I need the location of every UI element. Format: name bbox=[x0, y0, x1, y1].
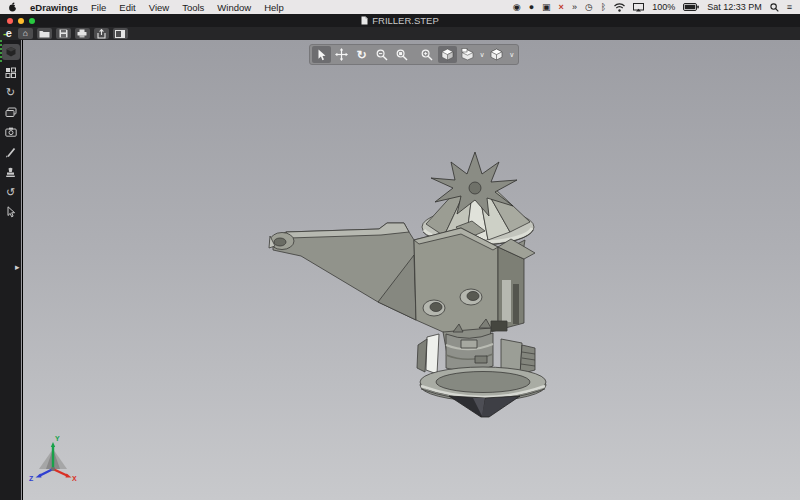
sidebar-tool-layers[interactable] bbox=[1, 102, 21, 122]
tool-sidebar: ↻ ↺ bbox=[0, 40, 22, 500]
sidebar-tool-select[interactable] bbox=[1, 202, 21, 222]
record-icon[interactable]: ◉ bbox=[513, 3, 521, 12]
components-icon bbox=[5, 46, 17, 58]
home-icon: ⌂ bbox=[23, 29, 28, 38]
model-friller[interactable] bbox=[23, 40, 800, 500]
x-app-icon[interactable]: × bbox=[559, 3, 564, 12]
sidebar-tool-snapshot[interactable] bbox=[1, 122, 21, 142]
app-dot-icon[interactable]: ● bbox=[529, 3, 534, 12]
reset-icon: ↺ bbox=[6, 187, 15, 198]
cursor-icon bbox=[6, 206, 16, 218]
viewport-canvas[interactable]: ↻ bbox=[23, 40, 800, 500]
shaded-cube-icon bbox=[441, 48, 454, 61]
camera-icon bbox=[5, 127, 17, 137]
battery-percent: 100% bbox=[652, 2, 675, 12]
floppy-disk-icon bbox=[59, 29, 68, 38]
pencil-icon bbox=[5, 147, 16, 158]
view-tool-rotate[interactable]: ↻ bbox=[352, 46, 371, 63]
axis-z-label: Z bbox=[29, 475, 34, 482]
airplay-display-icon[interactable] bbox=[633, 3, 644, 12]
panel-icon bbox=[115, 30, 125, 38]
zoom-area-icon bbox=[396, 49, 408, 61]
document-icon bbox=[361, 16, 368, 25]
save-button[interactable] bbox=[56, 28, 71, 39]
time-machine-icon[interactable]: ◷ bbox=[585, 3, 593, 12]
sidebar-accent bbox=[0, 40, 2, 62]
forward-arrows-icon[interactable]: » bbox=[572, 3, 577, 12]
view-tool-select[interactable] bbox=[312, 46, 331, 63]
menubar-clock[interactable]: Sat 12:33 PM bbox=[707, 2, 762, 12]
rotate-icon: ↻ bbox=[357, 49, 367, 61]
bluetooth-icon[interactable]: ᛒ bbox=[601, 3, 606, 12]
wifi-icon[interactable] bbox=[614, 3, 625, 12]
menu-view[interactable]: View bbox=[149, 2, 169, 13]
toggle-panel-button[interactable] bbox=[113, 28, 128, 39]
view-tool-shaded[interactable] bbox=[438, 46, 457, 63]
home-button[interactable]: ⌂ bbox=[18, 28, 33, 39]
view-tool-display-style[interactable] bbox=[487, 46, 506, 63]
axis-x-label: X bbox=[72, 475, 77, 482]
sidebar-tool-stamp[interactable] bbox=[1, 162, 21, 182]
view-tool-zoom-area[interactable] bbox=[392, 46, 411, 63]
screen: eDrawings File Edit View Tools Window He… bbox=[0, 0, 800, 500]
window-title: FRILLER.STEP bbox=[372, 15, 439, 26]
menubar-app-name[interactable]: eDrawings bbox=[30, 2, 78, 13]
menu-help[interactable]: Help bbox=[264, 2, 284, 13]
sidebar-tool-markup[interactable] bbox=[1, 142, 21, 162]
panel-expand-handle[interactable]: ▸ bbox=[15, 263, 20, 272]
sidebar-tool-reset[interactable]: ↺ bbox=[1, 182, 21, 202]
display-style-cube-icon bbox=[490, 48, 503, 61]
window-titlebar[interactable]: FRILLER.STEP bbox=[0, 14, 800, 27]
menu-tools[interactable]: Tools bbox=[182, 2, 204, 13]
stamp-icon bbox=[5, 167, 16, 178]
menubar-left: eDrawings File Edit View Tools Window He… bbox=[8, 2, 284, 13]
share-icon bbox=[97, 29, 106, 39]
edrawings-logo-icon: -e bbox=[3, 28, 11, 39]
folder-icon bbox=[39, 30, 50, 38]
apple-menu-icon[interactable] bbox=[8, 2, 17, 12]
display-style-dropdown-chevron[interactable]: ∨ bbox=[507, 46, 516, 63]
axis-y-label: Y bbox=[55, 435, 60, 442]
view-tool-zoom-fit[interactable] bbox=[418, 46, 437, 63]
menubar-status: ◉ ● ▣ × » ◷ ᛒ 100% bbox=[513, 2, 792, 12]
battery-icon[interactable] bbox=[683, 3, 699, 11]
spotlight-search-icon[interactable] bbox=[770, 3, 779, 12]
menu-file[interactable]: File bbox=[91, 2, 106, 13]
window-title-group: FRILLER.STEP bbox=[0, 15, 800, 26]
select-arrow-icon bbox=[317, 49, 326, 61]
reference-triad: Y X Z bbox=[29, 433, 79, 485]
orientation-cube-icon bbox=[461, 48, 474, 61]
orientation-dropdown-chevron[interactable]: ∨ bbox=[478, 46, 487, 63]
view-tool-orientation[interactable] bbox=[458, 46, 477, 63]
spin-icon: ↻ bbox=[6, 87, 15, 98]
menubar: eDrawings File Edit View Tools Window He… bbox=[0, 0, 800, 14]
printer-icon bbox=[77, 29, 87, 38]
pan-icon bbox=[335, 48, 348, 61]
layers-icon bbox=[5, 107, 17, 118]
menu-edit[interactable]: Edit bbox=[119, 2, 135, 13]
view-tool-zoom[interactable] bbox=[372, 46, 391, 63]
app-toolbar: -e ⌂ bbox=[0, 27, 800, 40]
zoom-fit-icon bbox=[421, 49, 433, 61]
view-tool-pan[interactable] bbox=[332, 46, 351, 63]
menu-window[interactable]: Window bbox=[217, 2, 251, 13]
screen-capture-icon[interactable]: ▣ bbox=[542, 3, 551, 12]
zoom-icon bbox=[376, 49, 388, 61]
print-button[interactable] bbox=[75, 28, 90, 39]
four-squares-icon bbox=[5, 67, 16, 78]
open-file-button[interactable] bbox=[37, 28, 52, 39]
sidebar-tool-components[interactable] bbox=[2, 44, 20, 60]
view-toolbar: ↻ bbox=[309, 44, 519, 65]
sidebar-tool-spin[interactable]: ↻ bbox=[1, 82, 21, 102]
sidebar-tool-configurations[interactable] bbox=[1, 62, 21, 82]
notification-center-icon[interactable]: ≡ bbox=[787, 3, 792, 12]
share-button[interactable] bbox=[94, 28, 109, 39]
